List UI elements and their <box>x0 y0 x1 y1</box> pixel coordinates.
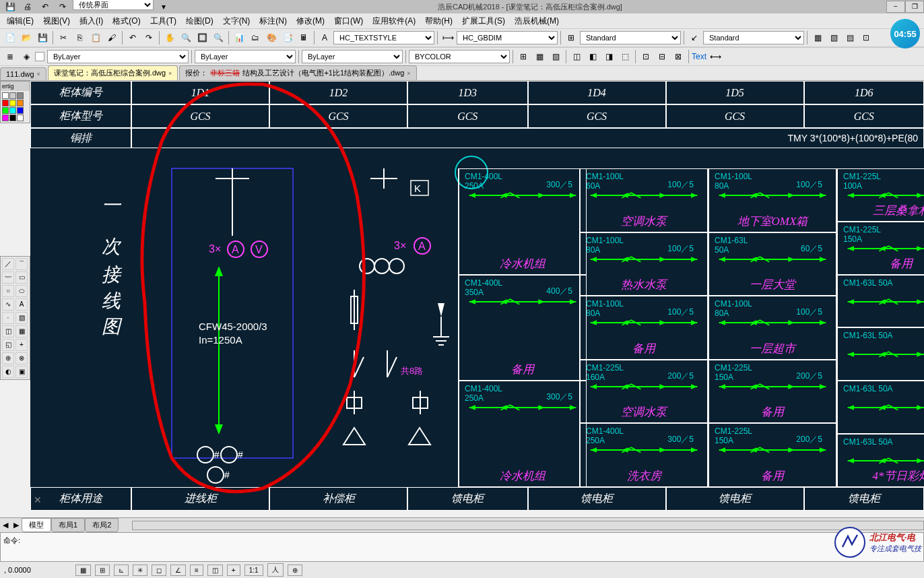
linetype-combo[interactable]: ByLayer <box>195 50 296 63</box>
doc-tab-2[interactable]: 课堂笔记：高低压柜综合案例.dwg× <box>48 65 178 80</box>
doc-tab-3[interactable]: 报价：非标三箱结构及工艺设计（电气图+1比1结构装配图）.dwg× <box>179 65 416 80</box>
otherstyle-combo[interactable]: Standard <box>703 31 804 44</box>
ellipse-tool-icon[interactable]: ⬭ <box>15 285 28 297</box>
menu-help[interactable]: 帮助(H) <box>421 14 457 28</box>
ssm-icon[interactable]: 📑 <box>280 30 295 45</box>
point-tool-icon[interactable]: · <box>2 312 14 324</box>
restore-button[interactable]: ❐ <box>905 1 924 13</box>
menu-ext[interactable]: 扩展工具(S) <box>458 14 509 28</box>
match-icon[interactable]: 🖌 <box>104 30 119 45</box>
dimstyle-icon[interactable]: ⟼ <box>440 30 455 45</box>
ext3-icon[interactable]: ▤ <box>843 30 857 45</box>
color-magenta[interactable] <box>2 115 9 121</box>
g10-icon[interactable]: ⊠ <box>671 49 686 64</box>
horizontal-scrollbar[interactable] <box>132 521 924 530</box>
osnap-toggle[interactable]: ◻ <box>152 565 166 576</box>
g4-icon[interactable]: ◫ <box>569 49 584 64</box>
menu-tools[interactable]: 工具(T) <box>146 14 180 28</box>
redo-icon[interactable]: ↷ <box>141 30 156 45</box>
menu-mech[interactable]: 浩辰机械(M) <box>510 14 563 28</box>
text-tool-icon[interactable]: Text <box>692 49 706 64</box>
undo-icon[interactable]: ↶ <box>38 0 53 14</box>
dimstyle-combo[interactable]: HC_GBDIM <box>457 31 558 44</box>
misc-toggle[interactable]: 人 <box>267 563 284 577</box>
arc-tool-icon[interactable]: ⌒ <box>15 258 28 270</box>
mleader-icon[interactable]: ↙ <box>687 30 702 45</box>
color-green[interactable] <box>2 107 9 114</box>
zoom-win-icon[interactable]: 🔲 <box>195 30 209 45</box>
zoom-rt-icon[interactable]: 🔍 <box>178 30 193 45</box>
drawing-canvas[interactable]: 柜体编号 1D1 1D2 1D3 1D4 1D5 1D6 柜体型号 GCS GC… <box>30 81 924 511</box>
ext1-icon[interactable]: ▦ <box>810 30 825 45</box>
color-dgray[interactable] <box>17 92 24 99</box>
circle-tool-icon[interactable]: ○ <box>2 285 14 297</box>
close-icon[interactable]: × <box>168 70 172 77</box>
zoom-prev-icon[interactable]: 🔍 <box>211 30 226 45</box>
color-yellow[interactable] <box>9 100 16 106</box>
menu-view[interactable]: 视图(V) <box>39 14 74 28</box>
g2-icon[interactable]: ▦ <box>532 49 547 64</box>
doc-tab-1[interactable]: 111.dwg× <box>0 67 46 80</box>
menu-format[interactable]: 格式(O) <box>108 14 144 28</box>
lineweight-combo[interactable]: ByLayer <box>302 50 403 63</box>
pline-tool-icon[interactable]: 〰 <box>2 271 14 284</box>
open-icon[interactable]: 📂 <box>19 30 34 45</box>
g6-icon[interactable]: ◨ <box>601 49 616 64</box>
copy-icon[interactable]: ⎘ <box>72 30 87 45</box>
snap-toggle[interactable]: ▦ <box>75 565 91 576</box>
block-tool-icon[interactable]: ◫ <box>2 325 14 338</box>
menu-text[interactable]: 文字(N) <box>219 14 255 28</box>
polar-toggle[interactable]: ✳ <box>133 565 147 576</box>
pan-icon[interactable]: ✋ <box>162 30 177 45</box>
tab-prev-icon[interactable]: ◀ <box>0 521 11 529</box>
tablestyle-combo[interactable]: Standard <box>580 31 681 44</box>
region-tool-icon[interactable]: ◱ <box>2 339 14 351</box>
plotstyle-combo[interactable]: BYCOLOR <box>409 50 510 63</box>
rect-tool-icon[interactable]: ▭ <box>15 271 28 284</box>
color-cyan[interactable] <box>9 107 16 114</box>
ext4-icon[interactable]: ⊡ <box>859 30 873 45</box>
dropdown-icon[interactable]: ▾ <box>156 0 171 14</box>
menu-insert[interactable]: 插入(I) <box>75 14 107 28</box>
grid-toggle[interactable]: ⊞ <box>95 565 110 576</box>
paste-icon[interactable]: 📋 <box>88 30 103 45</box>
color-white[interactable] <box>2 92 9 99</box>
textstyle-combo[interactable]: HC_TEXTSTYLE <box>333 31 434 44</box>
tablestyle-icon[interactable]: ⊞ <box>564 30 579 45</box>
add-tool-icon[interactable]: + <box>15 339 28 351</box>
color-red[interactable] <box>2 100 9 106</box>
model-tab[interactable]: 模型 <box>22 518 51 532</box>
menu-draw[interactable]: 绘图(D) <box>182 14 218 28</box>
dyn-toggle[interactable]: + <box>227 565 240 576</box>
menu-app[interactable]: 应用软件(A) <box>368 14 420 28</box>
text-tool-icon[interactable]: A <box>15 298 28 311</box>
g1-icon[interactable]: ⊞ <box>516 49 531 64</box>
save-icon[interactable]: 💾 <box>35 30 50 45</box>
g5-icon[interactable]: ◧ <box>585 49 600 64</box>
menu-dim[interactable]: 标注(N) <box>255 14 291 28</box>
close-icon[interactable]: ✕ <box>34 494 42 505</box>
ortho-toggle[interactable]: ⊾ <box>114 565 129 576</box>
otrack-toggle[interactable]: ∠ <box>170 565 186 576</box>
layer-icon[interactable]: ≣ <box>3 49 18 64</box>
menu-window[interactable]: 窗口(W) <box>330 14 367 28</box>
props-icon[interactable]: 📊 <box>232 30 246 45</box>
close-icon[interactable]: × <box>37 71 40 77</box>
undo-icon[interactable]: ↶ <box>125 30 140 45</box>
misc4-icon[interactable]: ▣ <box>15 366 28 378</box>
hatch-tool-icon[interactable]: ▨ <box>15 312 28 324</box>
calc-icon[interactable]: 🖩 <box>296 30 311 45</box>
misc2-icon[interactable]: ⊗ <box>15 352 28 364</box>
tp-icon[interactable]: 🎨 <box>264 30 279 45</box>
color-swatch[interactable] <box>35 52 44 61</box>
layout2-tab[interactable]: 布局2 <box>85 518 119 532</box>
menu-modify[interactable]: 修改(M) <box>292 14 329 28</box>
color-black[interactable] <box>9 115 16 121</box>
color-none[interactable] <box>17 115 24 121</box>
ext2-icon[interactable]: ▧ <box>826 30 841 45</box>
spline-tool-icon[interactable]: ∿ <box>2 298 14 311</box>
layer-state-icon[interactable]: ◈ <box>19 49 34 64</box>
textstyle-icon[interactable]: A <box>317 30 332 45</box>
layout1-tab[interactable]: 布局1 <box>51 518 85 532</box>
command-line[interactable]: 命令: <box>0 532 924 562</box>
